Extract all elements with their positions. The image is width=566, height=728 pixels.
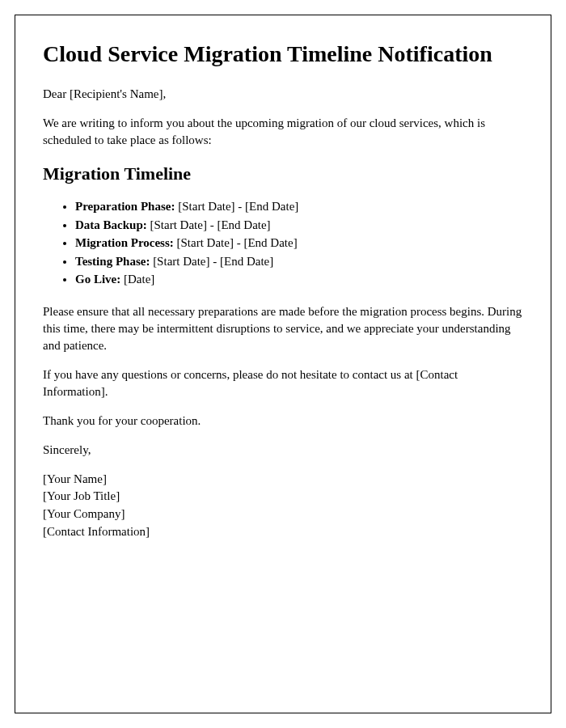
greeting: Dear [Recipient's Name], bbox=[43, 86, 523, 103]
timeline-value: [Start Date] - [End Date] bbox=[153, 255, 273, 268]
timeline-label: Testing Phase: bbox=[75, 255, 150, 268]
body-paragraph-1: Please ensure that all necessary prepara… bbox=[43, 303, 523, 354]
list-item: Preparation Phase: [Start Date] - [End D… bbox=[75, 197, 523, 216]
timeline-label: Go Live: bbox=[75, 273, 120, 286]
list-item: Testing Phase: [Start Date] - [End Date] bbox=[75, 252, 523, 271]
timeline-label: Preparation Phase: bbox=[75, 200, 175, 213]
signature-name: [Your Name] bbox=[43, 471, 523, 489]
list-item: Migration Process: [Start Date] - [End D… bbox=[75, 234, 523, 252]
intro-paragraph: We are writing to inform you about the u… bbox=[43, 115, 523, 149]
list-item: Data Backup: [Start Date] - [End Date] bbox=[75, 216, 523, 235]
signature-company: [Your Company] bbox=[43, 506, 523, 523]
thanks-paragraph: Thank you for your cooperation. bbox=[43, 413, 523, 430]
section-heading: Migration Timeline bbox=[43, 163, 523, 184]
timeline-list: Preparation Phase: [Start Date] - [End D… bbox=[43, 197, 523, 289]
timeline-value: [Start Date] - [End Date] bbox=[177, 236, 298, 249]
timeline-value: [Start Date] - [End Date] bbox=[150, 218, 271, 231]
signature-block: [Your Name] [Your Job Title] [Your Compa… bbox=[43, 471, 523, 541]
timeline-label: Data Backup: bbox=[75, 218, 147, 231]
body-paragraph-2: If you have any questions or concerns, p… bbox=[43, 366, 523, 400]
document-title: Cloud Service Migration Timeline Notific… bbox=[43, 40, 523, 68]
closing: Sincerely, bbox=[43, 442, 523, 459]
document-page: Cloud Service Migration Timeline Notific… bbox=[15, 15, 551, 713]
timeline-label: Migration Process: bbox=[75, 236, 174, 249]
timeline-value: [Start Date] - [End Date] bbox=[178, 200, 298, 213]
signature-title: [Your Job Title] bbox=[43, 488, 523, 506]
signature-contact: [Contact Information] bbox=[43, 523, 523, 541]
list-item: Go Live: [Date] bbox=[75, 270, 523, 289]
timeline-value: [Date] bbox=[124, 273, 154, 286]
